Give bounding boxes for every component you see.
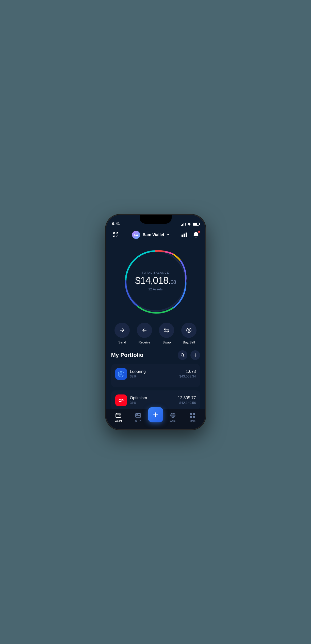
chart-button[interactable]	[181, 231, 188, 239]
svg-rect-9	[186, 233, 187, 237]
svg-point-32	[155, 414, 156, 416]
svg-rect-40	[190, 416, 192, 418]
asset-card-optimism[interactable]: OP Optimism 31% 12,305.77 $42,149.56	[111, 390, 200, 409]
battery-icon	[193, 223, 199, 226]
wallet-nav-icon	[115, 412, 121, 418]
swap-label: Swap	[162, 340, 171, 344]
svg-rect-41	[193, 416, 195, 418]
loopring-progress-bar	[115, 383, 196, 383]
receive-icon	[141, 327, 148, 333]
loopring-amount: 1.673	[179, 369, 196, 374]
nav-web3-label: Web3	[170, 420, 176, 422]
asset-row-loopring: Loopring 32% 1.673 $43,003.34	[115, 368, 196, 380]
action-buttons: Send Receive	[106, 317, 205, 348]
loopring-name: Loopring	[130, 369, 146, 374]
portfolio-title: My Portfolio	[111, 352, 143, 358]
svg-rect-38	[190, 413, 192, 415]
balance-assets-count: 12 Assets	[133, 287, 178, 291]
send-button[interactable]: Send	[114, 323, 130, 344]
wallet-selector[interactable]: SW Sam Wallet ▾	[132, 231, 169, 239]
bell-icon	[193, 232, 199, 238]
wifi-icon	[187, 223, 191, 226]
status-icons	[181, 223, 199, 226]
nav-wallet[interactable]: Wallet	[109, 412, 128, 422]
nav-nfts[interactable]: NFTs	[128, 412, 148, 422]
header-right	[181, 231, 200, 239]
more-nav-icon	[190, 412, 196, 418]
nav-more[interactable]: More	[183, 412, 203, 422]
main-content: TOTAL BALANCE $14,018.08 12 Assets Send	[106, 215, 205, 409]
send-icon	[119, 327, 125, 333]
notification-button[interactable]	[192, 231, 200, 239]
balance-section: TOTAL BALANCE $14,018.08 12 Assets	[106, 243, 205, 317]
balance-cents: 08	[171, 279, 176, 285]
lrc-logo	[117, 370, 125, 378]
portfolio-section: My Portfolio	[106, 348, 205, 409]
balance-label: TOTAL BALANCE	[133, 271, 178, 274]
bottom-nav: Wallet NFTs	[106, 409, 205, 429]
svg-rect-7	[182, 235, 183, 237]
svg-text:$: $	[188, 329, 190, 332]
portfolio-actions	[178, 350, 200, 360]
optimism-percent: 31%	[130, 401, 147, 405]
svg-rect-26	[119, 416, 120, 416]
phone-frame: 9:41	[106, 215, 205, 429]
svg-rect-0	[113, 233, 115, 234]
nav-nfts-label: NFTs	[135, 420, 141, 422]
balance-info: TOTAL BALANCE $14,018.08 12 Assets	[133, 271, 178, 291]
send-icon-circle	[114, 323, 130, 338]
add-asset-button[interactable]	[190, 350, 200, 360]
swap-button[interactable]: Swap	[159, 323, 174, 344]
plus-icon	[193, 353, 197, 357]
nfts-nav-icon	[135, 412, 141, 418]
svg-rect-1	[117, 233, 118, 234]
buysell-label: Buy/Sell	[183, 340, 195, 344]
signal-icon	[181, 223, 186, 226]
loopring-percent: 32%	[130, 374, 146, 378]
svg-rect-39	[193, 413, 195, 415]
scan-icon	[113, 232, 119, 238]
nav-web3[interactable]: Web3	[163, 412, 183, 422]
wallet-name: Sam Wallet	[143, 233, 164, 237]
loopring-usd: $43,003.34	[179, 374, 196, 378]
chevron-down-icon: ▾	[167, 233, 169, 237]
notification-badge	[198, 230, 200, 233]
asset-card-loopring[interactable]: Loopring 32% 1.673 $43,003.34	[111, 364, 200, 387]
svg-text:OP: OP	[118, 399, 123, 403]
svg-line-18	[183, 356, 184, 357]
buysell-icon: $	[186, 327, 192, 333]
search-button[interactable]	[178, 350, 187, 360]
svg-rect-2	[113, 236, 115, 237]
bar-chart-icon	[182, 233, 187, 237]
nav-center-button[interactable]	[148, 407, 163, 422]
header: SW Sam Wallet ▾	[106, 228, 205, 242]
balance-ring: TOTAL BALANCE $14,018.08 12 Assets	[123, 248, 189, 314]
search-icon	[181, 353, 185, 357]
receive-icon-circle	[137, 323, 152, 338]
op-logo: OP	[117, 397, 125, 403]
balance-amount: $14,018.08	[133, 275, 178, 285]
optimism-amount: 12,305.77	[178, 396, 196, 400]
optimism-icon: OP	[115, 394, 127, 406]
receive-label: Receive	[138, 340, 150, 344]
svg-rect-8	[184, 234, 185, 237]
swap-nav-icon	[152, 411, 159, 418]
swap-icon-circle	[159, 323, 174, 338]
scan-button[interactable]	[111, 230, 120, 239]
nav-wallet-label: Wallet	[115, 420, 122, 422]
buysell-button[interactable]: $ Buy/Sell	[181, 323, 197, 344]
receive-button[interactable]: Receive	[137, 323, 152, 344]
send-label: Send	[118, 340, 126, 344]
swap-icon	[163, 327, 170, 333]
nav-more-label: More	[190, 420, 195, 422]
portfolio-header: My Portfolio	[111, 350, 200, 360]
avatar: SW	[132, 231, 140, 239]
optimism-usd: $42,149.56	[178, 401, 196, 405]
asset-row-optimism: OP Optimism 31% 12,305.77 $42,149.56	[115, 394, 196, 406]
status-time: 9:41	[112, 221, 120, 226]
svg-marker-23	[120, 373, 122, 375]
notch	[140, 215, 172, 224]
web3-nav-icon	[170, 412, 176, 418]
loopring-icon	[115, 368, 127, 380]
optimism-name: Optimism	[130, 396, 147, 400]
